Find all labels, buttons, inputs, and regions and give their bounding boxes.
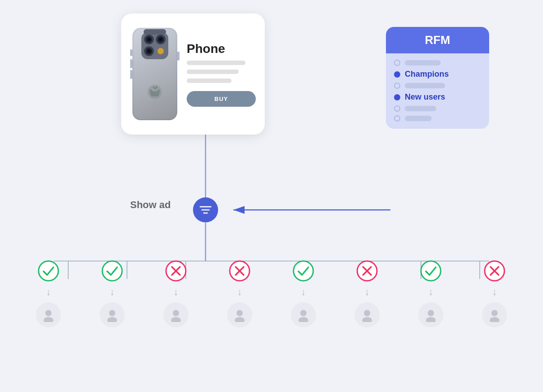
check-icon-1 [38, 260, 59, 282]
svg-point-12 [159, 38, 162, 41]
svg-point-61 [426, 317, 436, 322]
node-col-8: ↓ [482, 260, 507, 327]
user-avatar-5 [291, 302, 316, 327]
phone-card-content: Phone BUY [187, 42, 256, 107]
svg-point-38 [102, 261, 122, 281]
text-line-3 [187, 78, 232, 83]
rfm-label-champions: Champions [405, 70, 449, 79]
arrow-down-3: ↓ [174, 287, 179, 297]
node-col-7: ↓ [418, 260, 443, 327]
arrow-down-7: ↓ [429, 287, 434, 297]
svg-point-51 [293, 261, 313, 281]
arrow-down-2: ↓ [110, 287, 115, 297]
svg-point-37 [44, 317, 53, 322]
rfm-bar-5 [405, 106, 436, 111]
cross-icon-4 [484, 260, 505, 282]
svg-point-65 [491, 310, 498, 316]
rfm-row-5 [394, 105, 481, 112]
rfm-dot-champions [394, 71, 400, 78]
svg-point-36 [45, 310, 52, 316]
svg-point-53 [298, 317, 308, 322]
user-avatar-3 [163, 302, 188, 327]
node-col-3: ↓ [163, 260, 188, 327]
user-avatar-7 [418, 302, 443, 327]
user-avatar-4 [227, 302, 252, 327]
node-col-4: ↓ [227, 260, 252, 327]
phone-card: Phone BUY [121, 13, 265, 135]
rfm-dot-newusers [394, 94, 400, 100]
buy-button[interactable]: BUY [187, 91, 256, 107]
user-avatar-1 [36, 302, 61, 327]
cross-icon-2 [229, 260, 250, 282]
svg-point-66 [490, 317, 499, 322]
rfm-dot-1 [394, 60, 400, 66]
svg-point-58 [362, 317, 372, 322]
phone-title: Phone [187, 42, 256, 56]
rfm-label-newusers: New users [405, 92, 445, 102]
svg-point-40 [107, 317, 117, 322]
node-col-2: ↓ [100, 260, 125, 327]
svg-point-60 [428, 310, 434, 316]
svg-rect-18 [144, 29, 166, 35]
nodes-container: ↓ ↓ [36, 260, 507, 327]
rfm-bar-6 [405, 116, 432, 121]
svg-rect-5 [130, 70, 132, 79]
rfm-body: Champions New users [386, 53, 489, 129]
svg-rect-3 [130, 49, 132, 56]
svg-point-57 [364, 310, 370, 316]
text-line-2 [187, 70, 239, 74]
svg-rect-4 [130, 59, 132, 68]
node-col-6: ↓ [355, 260, 380, 327]
phone-image [130, 27, 180, 121]
arrow-down-5: ↓ [301, 287, 306, 297]
svg-point-52 [300, 310, 307, 316]
rfm-row-newusers: New users [394, 92, 481, 102]
svg-point-50 [235, 317, 245, 322]
rfm-dot-5 [394, 105, 400, 112]
cross-icon-3 [356, 260, 378, 282]
rfm-card: RFM Champions New users [386, 27, 489, 129]
rfm-bar-1 [405, 60, 441, 65]
arrow-down-1: ↓ [46, 287, 51, 297]
rfm-row-champions: Champions [394, 70, 481, 79]
text-line-1 [187, 61, 245, 65]
svg-point-9 [148, 38, 150, 41]
arrow-down-4: ↓ [237, 287, 242, 297]
rfm-row-3 [394, 83, 481, 89]
node-col-1: ↓ [36, 260, 61, 327]
main-container: Phone BUY RFM Champions [0, 0, 543, 392]
rfm-header: RFM [386, 27, 489, 53]
svg-point-44 [173, 310, 179, 316]
rfm-row-6 [394, 115, 481, 122]
show-ad-label: Show ad [130, 199, 171, 211]
user-avatar-2 [100, 302, 125, 327]
svg-point-49 [236, 310, 243, 316]
user-avatar-6 [355, 302, 380, 327]
check-icon-2 [101, 260, 123, 282]
node-col-5: ↓ [291, 260, 316, 327]
svg-point-39 [109, 310, 115, 316]
arrow-down-6: ↓ [365, 287, 370, 297]
rfm-dot-3 [394, 83, 400, 89]
rfm-row-1 [394, 60, 481, 66]
rfm-dot-6 [394, 115, 400, 122]
filter-button[interactable] [193, 197, 218, 222]
cross-icon-1 [165, 260, 187, 282]
arrow-down-8: ↓ [492, 287, 497, 297]
rfm-bar-3 [405, 83, 445, 88]
user-avatar-8 [482, 302, 507, 327]
svg-point-15 [148, 50, 150, 52]
check-icon-3 [293, 260, 314, 282]
svg-rect-2 [177, 52, 180, 61]
check-icon-4 [420, 260, 442, 282]
svg-point-45 [171, 317, 181, 322]
svg-point-35 [39, 261, 58, 281]
svg-point-16 [158, 48, 164, 54]
svg-point-59 [421, 261, 441, 281]
